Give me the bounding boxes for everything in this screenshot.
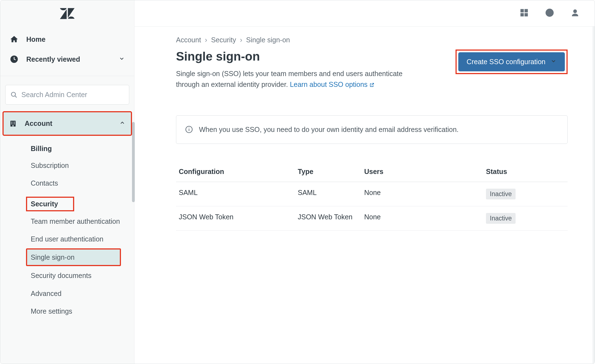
- page-title: Single sign-on: [176, 50, 444, 63]
- svg-line-2: [15, 96, 17, 97]
- cell-config: SAML: [176, 182, 295, 206]
- svg-rect-10: [525, 9, 527, 12]
- page-header: Single sign-on Single sign-on (SSO) lets…: [176, 50, 568, 90]
- clock-icon: [10, 55, 19, 64]
- table-row[interactable]: JSON Web Token JSON Web Token None Inact…: [176, 206, 568, 230]
- content: Account › Security › Single sign-on Sing…: [134, 27, 595, 364]
- svg-rect-8: [12, 125, 14, 126]
- svg-rect-7: [14, 123, 15, 124]
- info-notice: When you use SSO, you need to do your ow…: [176, 115, 568, 144]
- subnav-team-auth[interactable]: Team member authentication: [0, 212, 134, 230]
- svg-point-18: [189, 128, 189, 128]
- chevron-down-icon: [119, 55, 125, 63]
- create-sso-button[interactable]: Create SSO configuration: [458, 52, 565, 71]
- sidebar: Home Recently viewed Account Billing Sub…: [0, 0, 134, 364]
- nav-recently-viewed[interactable]: Recently viewed: [6, 49, 129, 69]
- primary-nav: Home Recently viewed: [0, 27, 134, 75]
- subnav-advanced[interactable]: Advanced: [0, 285, 134, 302]
- cell-users: None: [361, 206, 483, 230]
- info-notice-text: When you use SSO, you need to do your ow…: [199, 126, 459, 134]
- crumb-security[interactable]: Security: [211, 36, 236, 44]
- subnav-security-heading[interactable]: Security: [27, 197, 74, 211]
- th-config: Configuration: [176, 163, 295, 182]
- cell-config: JSON Web Token: [176, 206, 295, 230]
- cell-users: None: [361, 182, 483, 206]
- subnav-enduser-auth[interactable]: End user authentication: [0, 230, 134, 248]
- subnav-subscription[interactable]: Subscription: [0, 157, 134, 174]
- external-link-icon: [369, 80, 374, 90]
- search-icon: [11, 91, 17, 99]
- topbar: [134, 0, 595, 27]
- sidebar-section-account[interactable]: Account: [3, 112, 131, 135]
- nav-recent-label: Recently viewed: [26, 55, 80, 63]
- svg-rect-11: [521, 13, 523, 16]
- apps-icon[interactable]: [520, 8, 529, 19]
- search-input[interactable]: [21, 91, 124, 99]
- profile-icon[interactable]: [571, 8, 580, 19]
- search-region: [0, 76, 134, 112]
- svg-rect-4: [11, 122, 12, 123]
- status-badge: Inactive: [486, 189, 516, 199]
- svg-rect-5: [14, 122, 15, 123]
- brand-logo: [0, 0, 134, 27]
- page-description: Single sign-on (SSO) lets your team memb…: [176, 68, 417, 90]
- subnav-sso[interactable]: Single sign-on: [27, 249, 120, 266]
- home-icon: [10, 35, 19, 44]
- search-input-wrap[interactable]: [5, 85, 129, 105]
- sso-config-table: Configuration Type Users Status SAML SAM…: [176, 163, 568, 231]
- breadcrumb-sep-icon: ›: [240, 36, 242, 44]
- app-frame: Home Recently viewed Account Billing Sub…: [0, 0, 595, 364]
- svg-rect-12: [525, 13, 527, 16]
- chevron-up-icon: [119, 119, 125, 128]
- create-sso-label: Create SSO configuration: [467, 58, 545, 66]
- cell-type: SAML: [295, 182, 361, 206]
- svg-rect-6: [11, 123, 12, 124]
- subnav-contacts[interactable]: Contacts: [0, 174, 134, 192]
- zendesk-logo-icon: [59, 7, 75, 20]
- th-status: Status: [483, 163, 568, 182]
- info-icon: [185, 126, 193, 133]
- cell-type: JSON Web Token: [295, 206, 361, 230]
- crumb-current: Single sign-on: [246, 36, 290, 44]
- account-subnav: Billing Subscription Contacts Security T…: [0, 135, 134, 320]
- crumb-account[interactable]: Account: [176, 36, 201, 44]
- svg-point-15: [573, 9, 577, 13]
- status-badge: Inactive: [486, 213, 516, 224]
- main: Account › Security › Single sign-on Sing…: [134, 0, 595, 364]
- svg-point-1: [11, 92, 15, 96]
- sidebar-scrollbar[interactable]: [132, 122, 135, 202]
- svg-rect-9: [521, 9, 523, 12]
- section-account-label: Account: [25, 119, 52, 128]
- subnav-billing[interactable]: Billing: [0, 141, 134, 157]
- subnav-security-docs[interactable]: Security documents: [0, 267, 134, 284]
- table-row[interactable]: SAML SAML None Inactive: [176, 182, 568, 206]
- cta-highlight: Create SSO configuration: [456, 50, 568, 74]
- svg-point-14: [549, 14, 550, 15]
- chevron-down-icon: [550, 58, 557, 66]
- subnav-more-settings[interactable]: More settings: [0, 302, 134, 320]
- learn-sso-link[interactable]: Learn about SSO options: [290, 80, 374, 88]
- nav-home[interactable]: Home: [6, 29, 129, 49]
- breadcrumb: Account › Security › Single sign-on: [176, 36, 568, 44]
- help-icon[interactable]: [545, 8, 554, 19]
- breadcrumb-sep-icon: ›: [205, 36, 207, 44]
- building-icon: [9, 120, 17, 128]
- nav-home-label: Home: [26, 35, 45, 43]
- table-header-row: Configuration Type Users Status: [176, 163, 568, 182]
- th-users: Users: [361, 163, 483, 182]
- th-type: Type: [295, 163, 361, 182]
